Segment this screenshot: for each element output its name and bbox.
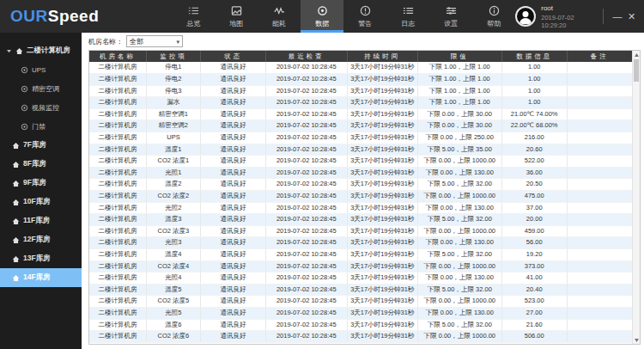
table-cell: 通讯良好 (201, 260, 266, 272)
table-row[interactable]: 二楼计算机房温度1通讯良好2019-07-02 10:28:453天17小时19… (89, 144, 632, 156)
table-cell (567, 179, 632, 191)
table-cell: 二楼计算机房 (89, 120, 146, 132)
sidebar-item-9F库房[interactable]: 9F库房 (0, 174, 82, 193)
table-row[interactable]: 二楼计算机房温度5通讯良好2019-07-02 10:28:453天17小时19… (89, 284, 632, 296)
table-cell: 二楼计算机房 (89, 249, 146, 261)
table-cell: 2019-07-02 10:28:45 (265, 331, 347, 343)
table-row[interactable]: 二楼计算机房CO2 浓度5通讯良好2019-07-02 10:28:453天17… (89, 296, 632, 308)
table-cell: 温度6 (146, 319, 200, 331)
user-avatar-icon[interactable] (515, 6, 536, 27)
table-row[interactable]: 二楼计算机房光照2通讯良好2019-07-02 10:28:453天17小时19… (89, 202, 632, 214)
table-cell: 通讯良好 (201, 191, 266, 203)
table-cell: 二楼计算机房 (89, 237, 146, 249)
nav-tab-data[interactable]: 数据 (301, 0, 343, 33)
table-row[interactable]: 二楼计算机房光照4通讯良好2019-07-02 10:28:453天17小时19… (89, 272, 632, 285)
sidebar-item-视频监控[interactable]: 视频监控 (0, 98, 82, 117)
table-row[interactable]: 二楼计算机房停电1通讯良好2019-07-02 10:28:453天17小时19… (89, 62, 632, 74)
table-row[interactable]: 二楼计算机房温度6通讯良好2019-07-02 10:28:453天17小时19… (89, 319, 632, 331)
table-cell: 二楼计算机房 (89, 74, 146, 86)
table-row[interactable]: 二楼计算机房CO2 浓度6通讯良好2019-07-02 10:28:453天17… (89, 331, 632, 343)
scrollbar-thumb[interactable] (634, 59, 639, 82)
table-row[interactable]: 二楼计算机房停电3通讯良好2019-07-02 10:28:453天17小时19… (89, 85, 632, 97)
table-row[interactable]: 二楼计算机房CO2 浓度1通讯良好2019-07-02 10:28:453天17… (89, 156, 632, 168)
home-icon (12, 142, 20, 150)
table-cell: 二楼计算机房 (89, 62, 146, 74)
sidebar-item-门禁[interactable]: 门禁 (0, 117, 82, 136)
table-cell: 通讯良好 (201, 97, 266, 109)
sidebar-item-精密空调[interactable]: 精密空调 (0, 79, 82, 98)
table-cell: 下限 1.00，上限 1.00 (417, 97, 501, 109)
sidebar-item-14F库房[interactable]: 14F库房 (0, 268, 82, 287)
table-cell: 通讯良好 (201, 319, 266, 331)
map-icon (231, 5, 242, 16)
table-cell: 3天17小时19分钟31秒 (347, 132, 417, 144)
sidebar-item-11F库房[interactable]: 11F库房 (0, 211, 82, 230)
table-row[interactable]: 二楼计算机房停电2通讯良好2019-07-02 10:28:453天17小时19… (89, 74, 632, 86)
sidebar-item-group[interactable]: 二楼计算机房 (0, 41, 82, 60)
table-row[interactable]: 二楼计算机房漏水通讯良好2019-07-02 10:28:453天17小时19分… (89, 97, 632, 109)
table-row[interactable]: 二楼计算机房光照1通讯良好2019-07-02 10:28:453天17小时19… (89, 167, 632, 179)
room-filter-label: 机房名称： (88, 37, 123, 46)
table-cell (567, 108, 632, 120)
room-filter-select[interactable]: 全部 ▾ (126, 35, 183, 47)
window-close-button[interactable]: ✕ (624, 0, 639, 33)
sidebar-item-12F库房[interactable]: 12F库房 (0, 230, 82, 249)
table-cell: 2019-07-02 10:28:45 (265, 202, 347, 214)
table-cell: 2019-07-02 10:28:45 (265, 62, 347, 74)
table-cell (567, 237, 632, 249)
table-cell: 下限 0.00，上限 1000.00 (417, 296, 501, 308)
table-row[interactable]: 二楼计算机房精密空调2通讯良好2019-07-02 10:28:453天17小时… (89, 120, 632, 132)
nav-tab-overview[interactable]: 总览 (172, 0, 215, 33)
table-row[interactable]: 二楼计算机房温度2通讯良好2019-07-02 10:28:453天17小时19… (89, 179, 632, 191)
home-icon (15, 47, 23, 55)
scroll-down-icon[interactable] (633, 336, 640, 344)
table-cell: 下限 0.00，上限 1000.00 (417, 156, 501, 168)
table-cell: 3天17小时19分钟31秒 (347, 108, 417, 120)
table-cell: 下限 5.00，上限 32.00 (417, 284, 501, 296)
table-cell: 1.00 (501, 62, 567, 74)
table-cell: CO2 浓度5 (146, 296, 200, 308)
table-row[interactable]: 二楼计算机房温度3通讯良好2019-07-02 10:28:453天17小时19… (89, 214, 632, 226)
table-row[interactable]: 二楼计算机房CO2 浓度4通讯良好2019-07-02 10:28:453天17… (89, 260, 632, 272)
nav-tab-alerts[interactable]: 警告 (343, 0, 386, 33)
scroll-up-icon[interactable] (633, 51, 640, 58)
window-minimize-button[interactable]: — (611, 0, 625, 33)
table-cell: 下限 5.00，上限 32.00 (417, 214, 501, 226)
table-cell: 通讯良好 (201, 120, 266, 132)
table-cell (567, 260, 632, 272)
table-row[interactable]: 二楼计算机房精密空调1通讯良好2019-07-02 10:28:453天17小时… (89, 108, 632, 120)
nav-tab-map[interactable]: 地图 (215, 0, 258, 33)
table-row[interactable]: 二楼计算机房光照5通讯良好2019-07-02 10:28:453天17小时19… (89, 307, 632, 319)
table-row[interactable]: 二楼计算机房CO2 浓度3通讯良好2019-07-02 10:28:453天17… (89, 225, 632, 237)
nav-tab-logs[interactable]: 日志 (386, 0, 429, 33)
table-scrollbar[interactable] (632, 51, 640, 344)
table-cell (567, 307, 632, 319)
sidebar-item-8F库房[interactable]: 8F库房 (0, 155, 82, 174)
table-cell: 通讯良好 (201, 74, 266, 86)
table-cell: 通讯良好 (201, 62, 266, 74)
table-row[interactable]: 二楼计算机房CO2 浓度2通讯良好2019-07-02 10:28:453天17… (89, 191, 632, 203)
table-cell (567, 331, 632, 343)
table-cell: 36.00 (501, 167, 567, 179)
log-icon (403, 5, 414, 16)
table-cell: 二楼计算机房 (89, 132, 146, 144)
nav-tab-help[interactable]: 帮助 (472, 0, 515, 33)
sidebar-item-10F库房[interactable]: 10F库房 (0, 193, 82, 211)
table-cell: 3天17小时19分钟31秒 (347, 202, 417, 214)
table-header-cell: 限值 (417, 51, 501, 62)
home-icon (12, 161, 20, 168)
table-cell: 通讯良好 (201, 237, 266, 249)
sidebar-item-ups[interactable]: UPS (0, 60, 82, 79)
nav-tab-energy[interactable]: 能耗 (258, 0, 301, 33)
table-row[interactable]: 二楼计算机房UPS通讯良好2019-07-02 10:28:453天17小时19… (89, 132, 632, 144)
table-row[interactable]: 二楼计算机房温度4通讯良好2019-07-02 10:28:453天17小时19… (89, 249, 632, 261)
table-cell: 二楼计算机房 (89, 156, 146, 168)
sidebar-item-13F库房[interactable]: 13F库房 (0, 249, 82, 268)
sidebar-item-7F库房[interactable]: 7F库房 (0, 136, 82, 155)
sidebar-item-label: 11F库房 (23, 216, 50, 226)
table-cell (567, 156, 632, 168)
table-row[interactable]: 二楼计算机房光照3通讯良好2019-07-02 10:28:453天17小时19… (89, 237, 632, 249)
nav-tab-settings[interactable]: 设置 (429, 0, 472, 33)
nav-tabs: 总览地图能耗数据警告日志设置帮助 (172, 0, 515, 33)
table-cell: 20.50 (501, 179, 567, 191)
